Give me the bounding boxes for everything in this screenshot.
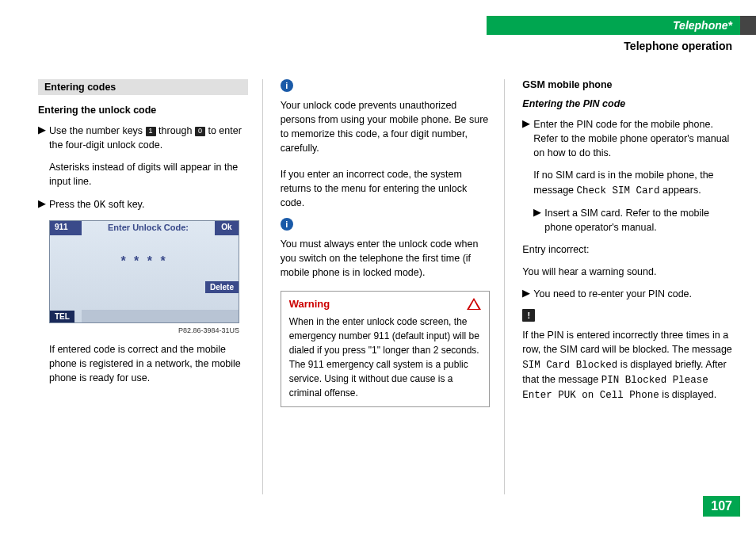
step-item: ▶ You need to re-enter your PIN code.	[522, 287, 732, 301]
step-followup: If no SIM card is in the mobile phone, t…	[533, 168, 732, 197]
screen-tab-tel: TEL	[50, 311, 74, 322]
nested-step: ▶ Insert a SIM card. Refer to the mobile…	[533, 206, 732, 235]
triangle-icon: ▶	[522, 287, 533, 301]
info-text: You must always enter the unlock code wh…	[281, 237, 491, 280]
header-section-title: Telephone*	[673, 19, 732, 32]
screen-code-mask: * * * *	[50, 254, 239, 269]
manual-page: Telephone* Telephone operation Entering …	[0, 0, 756, 534]
subheading-gsm: GSM mobile phone	[522, 79, 732, 90]
warning-box: Warning When in the enter unlock code sc…	[281, 291, 491, 407]
step-text: Press the OK soft key.	[49, 197, 248, 212]
text: If the PIN is entered incorrectly three …	[522, 330, 731, 355]
text: is displayed.	[659, 389, 716, 400]
triangle-icon: ▶	[522, 117, 533, 160]
screen-title: Enter Unlock Code:	[82, 221, 215, 235]
screen-label-911: 911	[50, 221, 82, 235]
step-item: ▶ Enter the PIN code for the mobile phon…	[522, 117, 732, 160]
column-3: GSM mobile phone Entering the PIN code ▶…	[522, 79, 732, 494]
paragraph: If entered code is correct and the mobil…	[49, 342, 248, 385]
text: Press the	[49, 199, 94, 210]
column-1: Entering codes Entering the unlock code …	[38, 79, 263, 494]
info-note: i	[281, 79, 491, 92]
display-screenshot: 911 Enter Unlock Code: Ok * * * * Delete…	[49, 220, 239, 323]
keypad-key-0: 0	[195, 127, 205, 136]
info-note: i	[281, 218, 491, 231]
header-subsection: Telephone operation	[624, 40, 732, 52]
text: through	[156, 125, 195, 136]
screen-bottom-bar	[82, 310, 239, 322]
content-columns: Entering codes Entering the unlock code …	[38, 79, 732, 494]
info-icon: i	[281, 79, 293, 92]
text: Use the number keys	[49, 125, 146, 136]
triangle-icon: ▶	[38, 124, 49, 152]
triangle-icon: ▶	[38, 197, 49, 212]
text: soft key.	[105, 199, 144, 210]
step-followup: Asterisks instead of digits will appear …	[49, 160, 248, 189]
section-heading: Entering codes	[38, 79, 248, 95]
keypad-key-1: 1	[146, 127, 156, 136]
step-item: ▶ Use the number keys 1 through 0 to ent…	[38, 124, 248, 152]
thumb-tab	[740, 16, 756, 35]
info-text: If you enter an incorrect code, the syst…	[281, 167, 491, 210]
subheading-unlock: Entering the unlock code	[38, 105, 248, 116]
paragraph: Entry incorrect:	[522, 242, 732, 257]
display-msg-sim-blocked: SIM Card Blocked	[522, 360, 617, 371]
info-icon: i	[281, 218, 293, 231]
screen-softkey-delete: Delete	[205, 281, 239, 293]
softkey-ok: OK	[94, 200, 105, 211]
screen-softkey-ok: Ok	[215, 221, 239, 235]
triangle-icon: ▶	[533, 206, 544, 235]
page-number: 107	[703, 496, 740, 517]
image-caption-code: P82.86-3984-31US	[49, 326, 239, 334]
step-text: Insert a SIM card. Refer to the mobile p…	[544, 206, 732, 235]
important-note: !	[522, 309, 732, 322]
warning-body: When in the enter unlock code screen, th…	[289, 315, 482, 400]
info-text: Your unlock code prevents unauthorized p…	[281, 98, 491, 156]
step-text: Enter the PIN code for the mobile phone.…	[533, 117, 732, 160]
paragraph: You will hear a warning sound.	[522, 265, 732, 279]
column-2: i Your unlock code prevents unauthorized…	[281, 79, 506, 494]
step-item: ▶ Press the OK soft key.	[38, 197, 248, 212]
step-text: Use the number keys 1 through 0 to enter…	[49, 124, 248, 152]
header-banner: Telephone*	[487, 16, 740, 35]
subheading-pin: Entering the PIN code	[522, 98, 732, 109]
note-text: If the PIN is entered incorrectly three …	[522, 328, 732, 402]
warning-title: Warning	[289, 298, 330, 310]
warning-triangle-icon	[467, 298, 481, 310]
exclamation-icon: !	[522, 309, 535, 322]
text: appears.	[660, 185, 701, 196]
display-msg-check-sim: Check SIM Card	[577, 185, 660, 196]
step-text: You need to re-enter your PIN code.	[533, 287, 732, 301]
